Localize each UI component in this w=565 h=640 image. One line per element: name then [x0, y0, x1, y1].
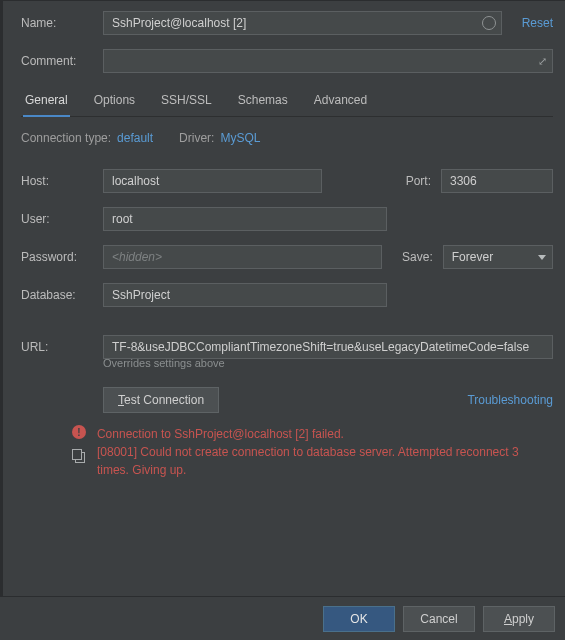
database-label: Database: [21, 288, 93, 302]
troubleshooting-link[interactable]: Troubleshooting [467, 393, 553, 407]
password-input[interactable] [103, 245, 382, 269]
save-select-value: Forever [452, 250, 493, 264]
dialog-footer: OK Cancel Apply [0, 596, 565, 640]
tab-ssh-ssl[interactable]: SSH/SSL [159, 87, 214, 117]
apply-button[interactable]: Apply [483, 606, 555, 632]
tab-schemas[interactable]: Schemas [236, 87, 290, 117]
tab-general[interactable]: General [23, 87, 70, 117]
url-input[interactable] [103, 335, 553, 359]
host-input[interactable] [103, 169, 322, 193]
tab-advanced[interactable]: Advanced [312, 87, 369, 117]
connection-type-link[interactable]: default [117, 131, 153, 145]
host-label: Host: [21, 174, 93, 188]
url-label: URL: [21, 340, 93, 354]
driver-label: Driver: [179, 131, 214, 145]
user-label: User: [21, 212, 93, 226]
password-label: Password: [21, 250, 93, 264]
port-input[interactable] [441, 169, 553, 193]
name-input[interactable] [103, 11, 502, 35]
cancel-button[interactable]: Cancel [403, 606, 475, 632]
comment-input[interactable] [103, 49, 553, 73]
error-panel: ! Connection to SshProject@localhost [2]… [71, 425, 553, 479]
driver-link[interactable]: MySQL [220, 131, 260, 145]
user-input[interactable] [103, 207, 387, 231]
name-label: Name: [21, 16, 93, 30]
port-label: Port: [406, 174, 431, 188]
error-text: Connection to SshProject@localhost [2] f… [97, 425, 553, 479]
error-line-2: [08001] Could not create connection to d… [97, 443, 553, 479]
error-line-1: Connection to SshProject@localhost [2] f… [97, 425, 553, 443]
chevron-down-icon [538, 255, 546, 260]
save-label: Save: [402, 250, 433, 264]
comment-label: Comment: [21, 54, 93, 68]
save-select[interactable]: Forever [443, 245, 553, 269]
tab-options[interactable]: Options [92, 87, 137, 117]
reset-link[interactable]: Reset [522, 16, 553, 30]
test-connection-button[interactable]: Test Connection [103, 387, 219, 413]
color-ring-icon[interactable] [482, 16, 496, 30]
tab-bar: General Options SSH/SSL Schemas Advanced [21, 87, 553, 117]
database-input[interactable] [103, 283, 387, 307]
test-connection-rest: est Connection [124, 393, 204, 407]
ok-button[interactable]: OK [323, 606, 395, 632]
error-icon: ! [72, 425, 86, 439]
connection-type-label: Connection type: [21, 131, 111, 145]
copy-icon[interactable] [72, 449, 85, 463]
